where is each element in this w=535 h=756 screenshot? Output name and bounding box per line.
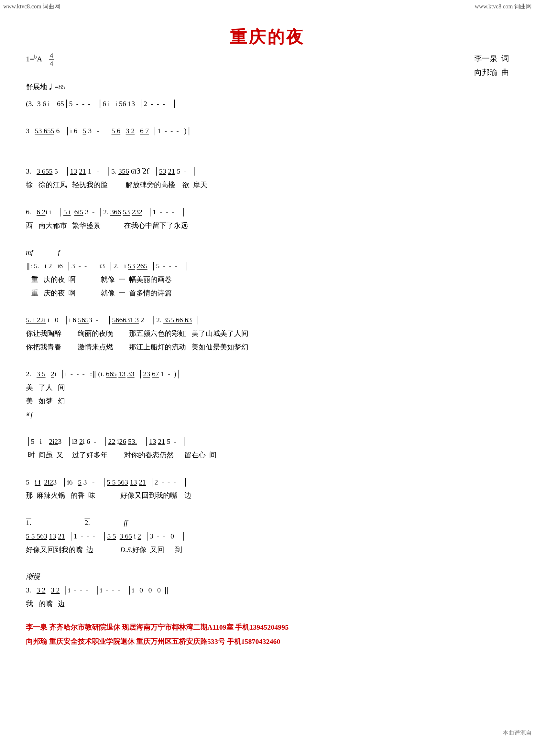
tempo: 舒展地♩=85 — [26, 82, 509, 92]
author-info: 李一泉 词 向邦瑜 曲 — [474, 52, 509, 79]
watermark-right: www.ktvc8.com 词曲网 — [475, 3, 532, 10]
key-time-info: 1=bA 4 4 — [26, 52, 55, 68]
title: 重庆的夜 — [26, 26, 509, 48]
watermark-bottom-right: 本曲谱源自 — [503, 729, 532, 737]
music-notation: (3. 3 6 i 65│5 - - - │6 i i 56 13 │2 - -… — [26, 97, 509, 610]
watermark-left: www.ktvc8.com 词曲网 — [3, 3, 60, 10]
footer-info: 李一泉 齐齐哈尔市教研院退休 现居海南万宁市椰林湾二期A1109室 手机1394… — [26, 620, 509, 649]
